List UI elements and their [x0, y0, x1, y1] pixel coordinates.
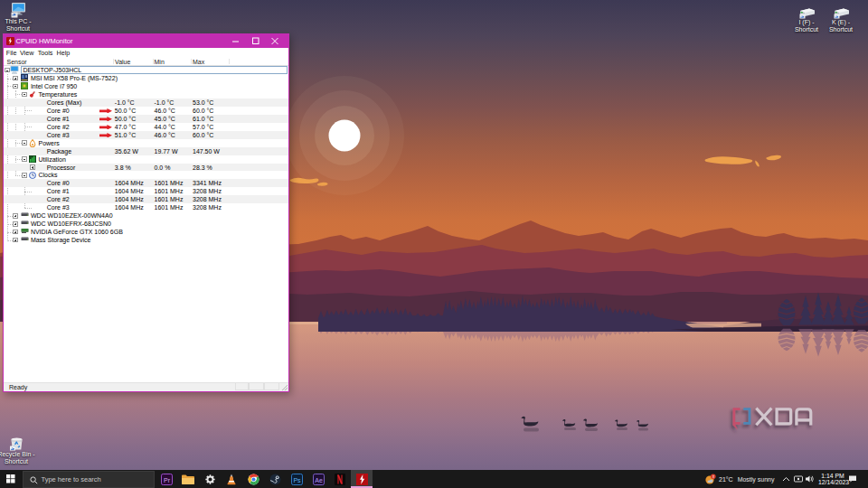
svg-text:Pr: Pr [164, 476, 171, 483]
svg-text:Ae: Ae [315, 476, 323, 483]
svg-text:Ps: Ps [293, 476, 301, 483]
